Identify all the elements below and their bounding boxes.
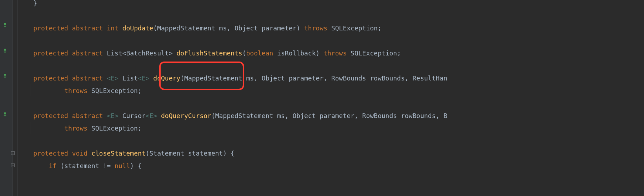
code-token: throws <box>323 47 351 59</box>
code-line[interactable] <box>18 97 644 110</box>
code-token: ; <box>397 47 401 59</box>
code-token: Cursor <box>119 110 146 122</box>
code-line[interactable] <box>18 135 644 147</box>
implemented-method-icon[interactable] <box>2 112 8 117</box>
code-line[interactable] <box>18 10 644 22</box>
code-token: if <box>49 160 61 172</box>
code-token: doUpdate <box>122 22 154 34</box>
svg-point-2 <box>4 74 6 76</box>
code-token: List <box>107 47 122 59</box>
code-token: , <box>285 110 293 122</box>
code-token: } <box>33 0 37 10</box>
code-token: protected <box>33 22 72 34</box>
code-token: Object parameter <box>235 22 296 34</box>
code-token: throws <box>64 85 91 97</box>
code-token: , <box>436 110 444 122</box>
code-token: SQLException <box>351 47 397 59</box>
code-token: , <box>227 22 235 34</box>
fold-minus-icon[interactable] <box>11 163 15 167</box>
code-token: <E> <box>107 110 119 122</box>
code-token: <E> <box>138 72 150 84</box>
code-token: , <box>254 72 262 84</box>
code-token: , <box>405 72 413 84</box>
code-token: , <box>354 110 362 122</box>
code-token: protected <box>33 47 72 59</box>
code-token: MappedStatement ms <box>184 72 254 84</box>
implemented-method-icon[interactable] <box>2 48 8 54</box>
implemented-method-icon[interactable] <box>2 73 8 79</box>
code-token: ( <box>153 22 157 34</box>
code-token: List <box>119 72 138 84</box>
implemented-method-icon[interactable] <box>2 22 8 28</box>
code-token <box>157 110 161 122</box>
code-token: abstract <box>72 47 107 59</box>
fold-minus-icon[interactable] <box>11 151 15 155</box>
code-token: protected <box>33 110 72 122</box>
code-token: Object parameter <box>293 110 354 122</box>
code-token: ; <box>138 122 142 134</box>
code-token: ( <box>242 47 246 59</box>
indent-guide <box>30 122 30 134</box>
code-line[interactable]: protected abstract <E> Cursor<E> doQuery… <box>18 110 644 122</box>
svg-point-0 <box>4 23 6 25</box>
code-token: Statement statement <box>149 147 223 160</box>
code-token: void <box>72 147 91 160</box>
code-token: int <box>107 22 122 34</box>
code-token: doFlushStatements <box>176 47 242 59</box>
code-token: Object parameter <box>262 72 323 84</box>
code-token: null <box>115 160 130 172</box>
code-token: closeStatement <box>91 147 146 160</box>
code-line[interactable]: protected void closeStatement(Statement … <box>18 147 644 160</box>
code-token: doQuery <box>153 72 180 84</box>
code-token: (statement != <box>60 160 115 172</box>
indent-guide <box>30 84 30 96</box>
code-token: B <box>443 110 447 122</box>
code-token: MappedStatement ms <box>157 22 227 34</box>
code-line[interactable]: throws SQLException; <box>18 85 644 97</box>
code-token: isRollback <box>277 47 316 59</box>
editor-gutter <box>0 0 13 196</box>
code-line[interactable] <box>18 35 644 47</box>
code-token: RowBounds rowBounds <box>331 72 405 84</box>
code-token: ( <box>146 147 150 160</box>
code-line[interactable]: if (statement != null) { <box>18 160 644 172</box>
code-token: throws <box>64 122 91 134</box>
code-token: SQLException <box>331 22 378 34</box>
code-line[interactable]: protected abstract List<BatchResult> doF… <box>18 47 644 60</box>
code-token: ) { <box>130 160 142 172</box>
code-token: RowBounds rowBounds <box>362 110 436 122</box>
code-token: ) <box>296 22 304 34</box>
code-token: protected <box>33 147 72 160</box>
code-token: MappedStatement ms <box>215 110 285 122</box>
code-line[interactable]: protected abstract int doUpdate(MappedSt… <box>18 22 644 35</box>
svg-point-1 <box>4 49 6 51</box>
code-token: doQueryCursor <box>161 110 211 122</box>
code-token: ResultHan <box>412 72 447 84</box>
code-token: > <box>169 47 177 59</box>
code-line[interactable]: throws SQLException; <box>18 122 644 135</box>
code-line[interactable]: protected abstract <E> List<E> doQuery(M… <box>18 72 644 85</box>
code-token: abstract <box>72 72 107 84</box>
code-token: abstract <box>72 22 107 34</box>
svg-point-3 <box>4 112 6 114</box>
code-token: ( <box>180 72 184 84</box>
code-token: SQLException <box>91 122 138 134</box>
code-token: BatchResult <box>126 47 168 59</box>
code-token: SQLException <box>91 85 138 97</box>
code-editor[interactable]: } protected abstract int doUpdate(Mapped… <box>18 0 644 172</box>
code-token: < <box>122 47 126 59</box>
code-line[interactable]: } <box>18 0 644 10</box>
code-token: abstract <box>72 110 107 122</box>
code-token: protected <box>33 72 72 84</box>
code-token: boolean <box>246 47 277 59</box>
code-token: ; <box>138 85 142 97</box>
code-token: ) { <box>223 147 235 160</box>
code-token: <E> <box>107 72 119 84</box>
code-token: ( <box>211 110 215 122</box>
code-token: ) <box>316 47 324 59</box>
code-token: throws <box>304 22 331 34</box>
code-line[interactable] <box>18 60 644 72</box>
code-token: ; <box>378 22 382 34</box>
code-token: , <box>323 72 331 84</box>
code-token <box>150 72 154 84</box>
